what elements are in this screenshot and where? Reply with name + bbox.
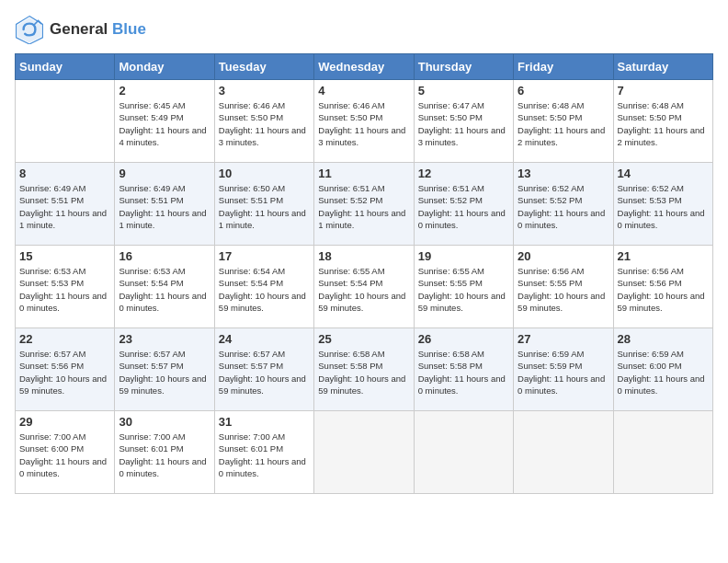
- calendar-cell: 4Sunrise: 6:46 AM Sunset: 5:50 PM Daylig…: [314, 80, 414, 163]
- day-number: 22: [19, 332, 110, 346]
- calendar-cell: 2Sunrise: 6:45 AM Sunset: 5:49 PM Daylig…: [115, 80, 214, 163]
- day-number: 19: [418, 249, 509, 263]
- day-info: Sunrise: 7:00 AM Sunset: 6:01 PM Dayligh…: [119, 431, 210, 479]
- weekday-header-tuesday: Tuesday: [214, 54, 313, 80]
- day-info: Sunrise: 6:57 AM Sunset: 5:57 PM Dayligh…: [119, 348, 210, 396]
- day-number: 26: [418, 332, 509, 346]
- day-info: Sunrise: 6:59 AM Sunset: 6:00 PM Dayligh…: [618, 348, 709, 396]
- weekday-header-thursday: Thursday: [414, 54, 513, 80]
- calendar-cell: [414, 411, 513, 494]
- calendar-cell: 9Sunrise: 6:49 AM Sunset: 5:51 PM Daylig…: [115, 163, 214, 246]
- day-info: Sunrise: 6:56 AM Sunset: 5:56 PM Dayligh…: [618, 265, 709, 314]
- day-number: 31: [219, 415, 310, 429]
- logo: General Blue: [15, 15, 146, 44]
- day-info: Sunrise: 6:50 AM Sunset: 5:51 PM Dayligh…: [219, 182, 310, 231]
- week-row-3: 15Sunrise: 6:53 AM Sunset: 5:53 PM Dayli…: [16, 246, 713, 328]
- calendar-cell: 21Sunrise: 6:56 AM Sunset: 5:56 PM Dayli…: [613, 246, 712, 328]
- calendar-cell: 12Sunrise: 6:51 AM Sunset: 5:52 PM Dayli…: [414, 163, 513, 246]
- calendar-cell: 13Sunrise: 6:52 AM Sunset: 5:52 PM Dayli…: [514, 163, 613, 246]
- day-info: Sunrise: 6:53 AM Sunset: 5:53 PM Dayligh…: [19, 265, 110, 314]
- day-number: 3: [219, 84, 310, 98]
- day-number: 10: [219, 167, 310, 180]
- day-info: Sunrise: 6:47 AM Sunset: 5:50 PM Dayligh…: [418, 99, 509, 148]
- day-info: Sunrise: 6:46 AM Sunset: 5:50 PM Dayligh…: [219, 99, 310, 148]
- day-number: 4: [318, 84, 409, 98]
- day-info: Sunrise: 6:57 AM Sunset: 5:57 PM Dayligh…: [219, 348, 310, 396]
- day-number: 30: [119, 415, 210, 429]
- week-row-2: 8Sunrise: 6:49 AM Sunset: 5:51 PM Daylig…: [16, 163, 713, 246]
- day-info: Sunrise: 6:57 AM Sunset: 5:56 PM Dayligh…: [19, 348, 110, 396]
- day-number: 15: [19, 249, 110, 263]
- calendar-cell: 26Sunrise: 6:58 AM Sunset: 5:58 PM Dayli…: [414, 328, 513, 411]
- day-number: 21: [618, 249, 709, 263]
- day-number: 20: [518, 249, 609, 263]
- logo-text: General Blue: [50, 20, 146, 39]
- calendar-cell: 25Sunrise: 6:58 AM Sunset: 5:58 PM Dayli…: [314, 328, 414, 411]
- day-number: 5: [418, 84, 509, 98]
- calendar-cell: 24Sunrise: 6:57 AM Sunset: 5:57 PM Dayli…: [214, 328, 313, 411]
- day-number: 2: [119, 84, 210, 98]
- calendar-table: SundayMondayTuesdayWednesdayThursdayFrid…: [15, 53, 713, 494]
- day-number: 17: [219, 249, 310, 263]
- day-info: Sunrise: 6:49 AM Sunset: 5:51 PM Dayligh…: [19, 182, 110, 231]
- calendar-cell: 27Sunrise: 6:59 AM Sunset: 5:59 PM Dayli…: [514, 328, 613, 411]
- calendar-cell: 16Sunrise: 6:53 AM Sunset: 5:54 PM Dayli…: [115, 246, 214, 328]
- calendar-cell: 31Sunrise: 7:00 AM Sunset: 6:01 PM Dayli…: [214, 411, 313, 494]
- calendar-cell: [16, 80, 115, 163]
- day-number: 12: [418, 167, 509, 180]
- day-info: Sunrise: 6:55 AM Sunset: 5:55 PM Dayligh…: [418, 265, 509, 314]
- weekday-header-wednesday: Wednesday: [314, 54, 414, 80]
- weekday-header-saturday: Saturday: [613, 54, 712, 80]
- day-number: 27: [518, 332, 609, 346]
- day-number: 6: [518, 84, 609, 98]
- day-info: Sunrise: 6:52 AM Sunset: 5:52 PM Dayligh…: [518, 182, 609, 231]
- day-number: 29: [19, 415, 110, 429]
- day-info: Sunrise: 6:45 AM Sunset: 5:49 PM Dayligh…: [119, 99, 210, 148]
- day-info: Sunrise: 7:00 AM Sunset: 6:01 PM Dayligh…: [219, 431, 310, 479]
- day-info: Sunrise: 6:46 AM Sunset: 5:50 PM Dayligh…: [318, 99, 409, 148]
- calendar-cell: 6Sunrise: 6:48 AM Sunset: 5:50 PM Daylig…: [514, 80, 613, 163]
- day-number: 11: [318, 167, 409, 180]
- day-number: 28: [618, 332, 709, 346]
- day-number: 23: [119, 332, 210, 346]
- weekday-header-sunday: Sunday: [16, 54, 115, 80]
- calendar-cell: 29Sunrise: 7:00 AM Sunset: 6:00 PM Dayli…: [16, 411, 115, 494]
- calendar-cell: 11Sunrise: 6:51 AM Sunset: 5:52 PM Dayli…: [314, 163, 414, 246]
- week-row-5: 29Sunrise: 7:00 AM Sunset: 6:00 PM Dayli…: [16, 411, 713, 494]
- day-info: Sunrise: 6:59 AM Sunset: 5:59 PM Dayligh…: [518, 348, 609, 396]
- day-info: Sunrise: 6:54 AM Sunset: 5:54 PM Dayligh…: [219, 265, 310, 314]
- day-info: Sunrise: 6:48 AM Sunset: 5:50 PM Dayligh…: [518, 99, 609, 148]
- calendar-cell: 17Sunrise: 6:54 AM Sunset: 5:54 PM Dayli…: [214, 246, 313, 328]
- day-info: Sunrise: 6:55 AM Sunset: 5:54 PM Dayligh…: [318, 265, 409, 314]
- calendar-cell: 10Sunrise: 6:50 AM Sunset: 5:51 PM Dayli…: [214, 163, 313, 246]
- calendar-cell: 22Sunrise: 6:57 AM Sunset: 5:56 PM Dayli…: [16, 328, 115, 411]
- day-info: Sunrise: 6:48 AM Sunset: 5:50 PM Dayligh…: [618, 99, 709, 148]
- calendar-cell: [514, 411, 613, 494]
- calendar-cell: [314, 411, 414, 494]
- day-info: Sunrise: 6:58 AM Sunset: 5:58 PM Dayligh…: [418, 348, 509, 396]
- calendar-cell: 19Sunrise: 6:55 AM Sunset: 5:55 PM Dayli…: [414, 246, 513, 328]
- weekday-header-row: SundayMondayTuesdayWednesdayThursdayFrid…: [16, 54, 713, 80]
- day-info: Sunrise: 6:52 AM Sunset: 5:53 PM Dayligh…: [618, 182, 709, 231]
- logo-icon: [15, 15, 44, 44]
- day-info: Sunrise: 6:51 AM Sunset: 5:52 PM Dayligh…: [318, 182, 409, 231]
- day-number: 14: [618, 167, 709, 180]
- day-number: 16: [119, 249, 210, 263]
- day-info: Sunrise: 6:58 AM Sunset: 5:58 PM Dayligh…: [318, 348, 409, 396]
- calendar-cell: 23Sunrise: 6:57 AM Sunset: 5:57 PM Dayli…: [115, 328, 214, 411]
- day-number: 8: [19, 167, 110, 180]
- day-info: Sunrise: 6:56 AM Sunset: 5:55 PM Dayligh…: [518, 265, 609, 314]
- calendar-cell: 3Sunrise: 6:46 AM Sunset: 5:50 PM Daylig…: [214, 80, 313, 163]
- day-number: 18: [318, 249, 409, 263]
- calendar-cell: [613, 411, 712, 494]
- calendar-cell: 20Sunrise: 6:56 AM Sunset: 5:55 PM Dayli…: [514, 246, 613, 328]
- calendar-cell: 7Sunrise: 6:48 AM Sunset: 5:50 PM Daylig…: [613, 80, 712, 163]
- day-number: 24: [219, 332, 310, 346]
- week-row-1: 2Sunrise: 6:45 AM Sunset: 5:49 PM Daylig…: [16, 80, 713, 163]
- calendar-cell: 14Sunrise: 6:52 AM Sunset: 5:53 PM Dayli…: [613, 163, 712, 246]
- day-info: Sunrise: 6:53 AM Sunset: 5:54 PM Dayligh…: [119, 265, 210, 314]
- weekday-header-monday: Monday: [115, 54, 214, 80]
- day-info: Sunrise: 6:51 AM Sunset: 5:52 PM Dayligh…: [418, 182, 509, 231]
- calendar-cell: 15Sunrise: 6:53 AM Sunset: 5:53 PM Dayli…: [16, 246, 115, 328]
- day-number: 9: [119, 167, 210, 180]
